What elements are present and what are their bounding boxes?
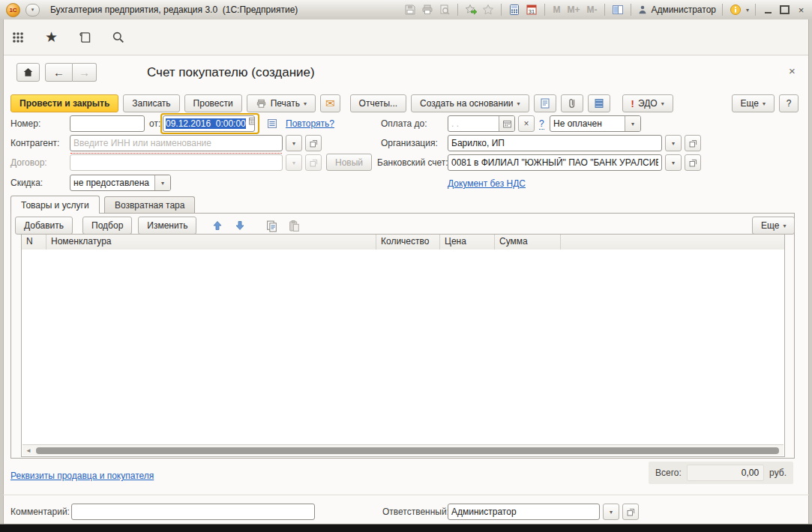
- column-header-n[interactable]: N: [22, 235, 46, 250]
- no-vat-link[interactable]: Документ без НДС: [448, 178, 526, 189]
- pick-button[interactable]: Подбор: [82, 217, 132, 235]
- move-up-button[interactable]: [209, 218, 226, 233]
- organization-dropdown-button[interactable]: ▾: [665, 135, 682, 151]
- contract-dropdown-button: ▾: [286, 154, 302, 171]
- items-more-label: Еще: [761, 220, 779, 231]
- memory-m-button: M: [551, 4, 562, 15]
- seller-buyer-details-link[interactable]: Реквизиты продавца и покупателя: [10, 471, 154, 481]
- payment-status-caret-icon[interactable]: ▾: [625, 116, 640, 131]
- calendar-icon[interactable]: 31: [525, 3, 538, 16]
- move-down-button[interactable]: [232, 218, 248, 233]
- calculator-icon[interactable]: [508, 3, 521, 16]
- search-icon[interactable]: [112, 31, 125, 44]
- edo-alert-icon: !: [631, 98, 634, 109]
- column-header-nomenclature[interactable]: Номенклатура: [46, 235, 376, 250]
- window-title: Бухгалтерия предприятия, редакция 3.0 (1…: [50, 4, 298, 15]
- document-icon: [539, 97, 551, 109]
- bank-account-open-button[interactable]: [685, 154, 701, 171]
- maximize-button[interactable]: [778, 4, 791, 16]
- number-input[interactable]: [70, 115, 145, 132]
- date-calendar-button[interactable]: [248, 116, 255, 131]
- arrow-up-icon: [211, 220, 223, 232]
- responsible-dropdown-button[interactable]: ▾: [603, 504, 619, 520]
- list-icon: [266, 118, 278, 130]
- contract-label: Договор:: [10, 154, 47, 171]
- write-button[interactable]: Записать: [123, 94, 179, 112]
- sections-toolbar: ★: [0, 19, 812, 55]
- payment-status-select[interactable]: Не оплачен: [550, 116, 625, 131]
- print-caret-icon: ▾: [304, 100, 307, 107]
- add-row-button[interactable]: Добавить: [15, 217, 73, 235]
- send-email-button[interactable]: ✉: [320, 94, 340, 112]
- split-window-icon[interactable]: [611, 3, 625, 16]
- payment-due-clear-button[interactable]: ×: [518, 115, 535, 132]
- payment-due-label: Оплата до:: [381, 115, 427, 132]
- print-icon: [421, 3, 434, 16]
- arrow-down-icon: [234, 220, 246, 232]
- total-value: 0,00: [687, 465, 764, 481]
- menu-grid-icon[interactable]: [11, 31, 25, 44]
- bank-account-dropdown-button[interactable]: ▾: [665, 154, 682, 171]
- info-icon[interactable]: [729, 3, 742, 16]
- horizontal-scrollbar[interactable]: ◄: [22, 444, 784, 456]
- add-favorite-icon[interactable]: [464, 3, 478, 16]
- home-button[interactable]: [16, 63, 40, 82]
- contract-open-button: [305, 154, 322, 171]
- info-caret-icon[interactable]: ▾: [746, 7, 749, 13]
- create-based-on-button[interactable]: Создать на основании ▾: [411, 94, 529, 112]
- responsible-open-button[interactable]: [622, 504, 639, 520]
- copy-icon: [265, 220, 278, 232]
- column-header-price[interactable]: Цена: [440, 235, 495, 250]
- copy-row-button[interactable]: [263, 218, 280, 233]
- repeat-link[interactable]: Повторять?: [286, 118, 334, 129]
- printer-icon: [256, 98, 267, 109]
- post-button[interactable]: Провести: [184, 94, 242, 112]
- items-grid-body[interactable]: [22, 250, 784, 445]
- register-records-button[interactable]: [588, 94, 610, 112]
- comment-input[interactable]: [71, 504, 315, 520]
- document-numbering-button[interactable]: [265, 117, 280, 130]
- organization-open-button[interactable]: [685, 135, 701, 151]
- payment-due-calendar-button[interactable]: [499, 116, 514, 131]
- system-menu-button[interactable]: ▾: [25, 4, 40, 16]
- items-more-button[interactable]: Еще ▾: [752, 217, 795, 235]
- favorites-star-icon[interactable]: ★: [45, 31, 58, 44]
- minimize-button[interactable]: [762, 4, 775, 16]
- counterparty-input[interactable]: [70, 135, 283, 151]
- open-icon: [626, 507, 636, 517]
- counterparty-dropdown-button[interactable]: ▾: [286, 135, 302, 151]
- tab-goods-services[interactable]: Товары и услуги: [10, 196, 100, 214]
- scrollbar-thumb[interactable]: [36, 447, 779, 454]
- column-header-sum[interactable]: Сумма: [495, 235, 561, 250]
- bank-account-input[interactable]: [448, 154, 662, 171]
- tab-returnable-packaging[interactable]: Возвратная тара: [104, 196, 196, 214]
- close-form-icon[interactable]: ×: [789, 66, 796, 76]
- reports-button[interactable]: Отчеты...: [350, 94, 406, 112]
- edit-row-button[interactable]: Изменить: [138, 217, 196, 235]
- scrollbar-left-arrow[interactable]: ◄: [22, 447, 34, 454]
- edo-button[interactable]: ! ЭДО ▾: [622, 94, 673, 112]
- post-and-close-button[interactable]: Провести и закрыть: [10, 94, 118, 112]
- forward-button[interactable]: →: [73, 63, 97, 82]
- more-button[interactable]: Еще ▾: [732, 94, 775, 112]
- print-button[interactable]: Печать ▾: [247, 94, 316, 112]
- organization-input[interactable]: [448, 135, 662, 151]
- current-user[interactable]: Администратор: [637, 4, 716, 15]
- close-window-button[interactable]: ×: [795, 4, 808, 16]
- help-button[interactable]: ?: [779, 94, 799, 112]
- footer-separator: [3, 495, 809, 495]
- payment-help-link[interactable]: ?: [539, 118, 544, 130]
- discount-caret-icon[interactable]: ▾: [154, 175, 170, 190]
- counterparty-open-button[interactable]: [305, 135, 322, 151]
- document-register-button[interactable]: [534, 94, 556, 112]
- responsible-input[interactable]: [448, 504, 600, 520]
- window-frame-right: [808, 19, 812, 525]
- date-input[interactable]: 09.12.2016 0:00:00: [163, 116, 248, 131]
- back-button[interactable]: ←: [45, 63, 73, 82]
- discount-select[interactable]: не предоставлена: [70, 175, 154, 190]
- history-icon[interactable]: [78, 31, 91, 44]
- payment-due-input[interactable]: . .: [448, 116, 499, 131]
- attachments-button[interactable]: [561, 94, 583, 112]
- column-header-quantity[interactable]: Количество: [376, 235, 440, 250]
- comment-label: Комментарий:: [10, 504, 70, 520]
